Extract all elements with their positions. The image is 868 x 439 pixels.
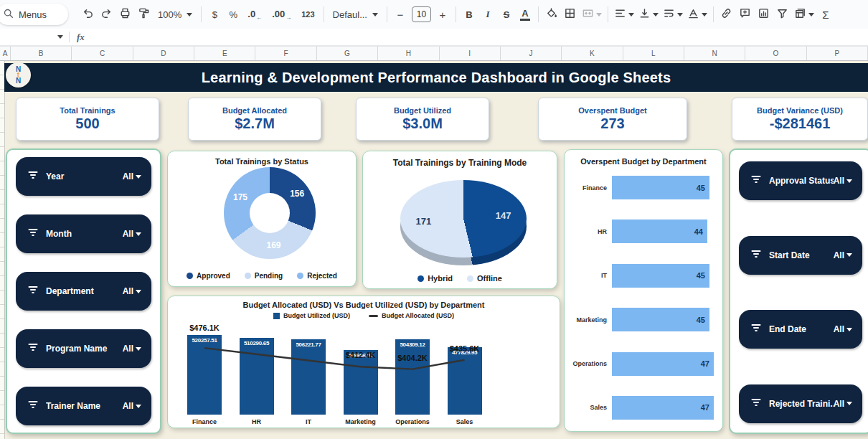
slicer-value-dropdown[interactable]: All (123, 344, 141, 354)
line-series (168, 296, 561, 429)
slicer-value-dropdown[interactable]: All (123, 401, 141, 411)
column-header-a[interactable]: A (0, 47, 11, 60)
kpi-card-total-trainings[interactable]: Total Trainings500 (16, 98, 159, 141)
decrease-font-size-button[interactable]: − (391, 5, 410, 24)
chart-total-trainings-by-training-mode[interactable]: Total Trainings by Training Mode 147171 … (362, 151, 557, 289)
functions-button[interactable]: Σ (816, 5, 835, 24)
legend-item-pending: Pending (245, 272, 283, 280)
column-header-c[interactable]: C (72, 47, 133, 60)
chart-total-trainings-by-status[interactable]: Total Trainings by Status 156169175 Appr… (167, 151, 357, 287)
slicer-month[interactable]: MonthAll (16, 214, 151, 253)
chevron-down-icon (628, 13, 634, 16)
paint-format-button[interactable] (134, 5, 153, 24)
zoom-select[interactable]: 100% (153, 5, 197, 24)
kpi-card-budget-utilized[interactable]: Budget Utilized$3.0M (356, 98, 489, 141)
column-header-i[interactable]: I (440, 47, 501, 60)
text-rotation-button[interactable] (685, 5, 709, 24)
chevron-down-icon (653, 13, 659, 16)
column-header-l[interactable]: L (623, 47, 684, 60)
chevron-down-icon (187, 13, 192, 16)
decrease-font-size-glyph: − (395, 9, 407, 21)
italic-button[interactable]: I (478, 5, 497, 24)
filter-panel-left: YearAllMonthAllDepartmentAllProgram Name… (6, 148, 161, 434)
filter-icon (27, 341, 39, 357)
menus-button[interactable]: Menus (0, 4, 68, 25)
column-header-b[interactable]: B (11, 47, 72, 60)
slicer-end-date[interactable]: End DateAll (739, 310, 862, 349)
decrease-decimals-button[interactable]: .0 (242, 5, 267, 24)
slicer-value-dropdown[interactable]: All (834, 176, 852, 186)
legend-label: Pending (255, 272, 283, 280)
spreadsheet-grid: Learning & Development Performance Dashb… (0, 61, 868, 439)
text-color-glyph: A (520, 8, 529, 21)
column-header-o[interactable]: O (745, 47, 806, 60)
column-header-f[interactable]: F (255, 47, 316, 60)
slicer-start-date[interactable]: Start DateAll (739, 236, 862, 275)
horizontal-align-button[interactable] (612, 5, 636, 24)
column-header-j[interactable]: J (501, 47, 562, 60)
kpi-card-budget-variance-usd[interactable]: Budget Variance (USD)-$281461 (732, 98, 868, 141)
column-header-g[interactable]: G (317, 47, 378, 60)
slicer-value-dropdown[interactable]: All (834, 250, 852, 260)
more-formats-button[interactable]: 123 (296, 5, 319, 24)
strikethrough-glyph: S (501, 9, 513, 20)
percent-format-button[interactable]: % (224, 5, 242, 24)
slicer-program-name[interactable]: Program NameAll (16, 329, 151, 368)
insert-chart-button[interactable] (755, 5, 773, 24)
horizontal-align-icon (614, 7, 626, 22)
column-header-d[interactable]: D (133, 47, 194, 60)
increase-font-size-button[interactable]: + (433, 5, 452, 24)
bar-it: 45 (612, 264, 709, 288)
vertical-align-button[interactable] (636, 5, 661, 24)
slicer-approval-status[interactable]: Approval StatusAll (739, 161, 862, 200)
column-header-h[interactable]: H (378, 47, 439, 60)
slicer-value-dropdown[interactable]: All (834, 324, 852, 334)
slicer-label: Start Date (769, 250, 834, 260)
chart-overspent-budget-by-department[interactable]: Overspent Budget by Department Finance45… (564, 149, 723, 432)
print-button[interactable] (115, 5, 134, 24)
borders-button[interactable] (561, 5, 580, 24)
create-filter-button[interactable] (773, 5, 792, 24)
insert-link-button[interactable] (717, 5, 736, 24)
font-size-button[interactable]: 10 (412, 6, 431, 22)
strikethrough-button[interactable]: S (497, 5, 516, 24)
column-header-k[interactable]: K (562, 47, 623, 60)
filter-views-button[interactable] (792, 5, 816, 24)
font-value: Defaul... (333, 9, 367, 20)
fill-color-button[interactable] (542, 5, 561, 24)
text-color-button[interactable]: A (516, 5, 534, 24)
bar-row-sales: Sales47 (570, 396, 714, 420)
slicer-year[interactable]: YearAll (16, 157, 151, 196)
currency-format-button[interactable]: $ (205, 5, 224, 24)
slicer-value-dropdown[interactable]: All (123, 171, 141, 181)
slicer-value-dropdown[interactable]: All (123, 229, 141, 239)
merge-cells-icon (582, 7, 594, 22)
slicer-value-dropdown[interactable]: All (834, 399, 852, 409)
slicer-trainer-name[interactable]: Trainer NameAll (16, 387, 151, 425)
slicer-department[interactable]: DepartmentAll (16, 272, 151, 311)
bar-row-finance: Finance45 (570, 176, 714, 199)
slicer-value-dropdown[interactable]: All (123, 286, 141, 296)
column-header-p[interactable]: P (807, 47, 868, 60)
bold-button[interactable]: B (460, 5, 478, 24)
slicer-rejected-traini[interactable]: Rejected Traini...All (739, 384, 862, 423)
column-header-n[interactable]: N (684, 47, 745, 60)
insert-comment-button[interactable] (736, 5, 755, 24)
text-wrap-icon (663, 7, 675, 22)
merge-cells-button[interactable] (580, 5, 604, 24)
font-select[interactable]: Defaul... (328, 5, 383, 24)
column-header-e[interactable]: E (194, 47, 255, 60)
donut-hole (250, 193, 290, 233)
undo-button[interactable] (78, 5, 97, 24)
chart-budget-allocated-vs-utilized[interactable]: Budget Allocated (USD) Vs Budget Utilize… (167, 296, 560, 428)
undo-icon (82, 7, 94, 22)
redo-button[interactable] (97, 5, 115, 24)
line-label-sales: $435.6K (440, 344, 490, 353)
increase-decimals-button[interactable]: .00 (267, 5, 296, 24)
text-wrap-button[interactable] (661, 5, 685, 24)
bar-track: 47 (612, 352, 714, 376)
kpi-card-overspent-budget[interactable]: Overspent Budget273 (538, 98, 687, 141)
dashboard-banner: Learning & Development Performance Dashb… (4, 63, 868, 92)
kpi-card-budget-allocated[interactable]: Budget Allocated$2.7M (188, 98, 321, 141)
name-box[interactable] (0, 29, 69, 45)
